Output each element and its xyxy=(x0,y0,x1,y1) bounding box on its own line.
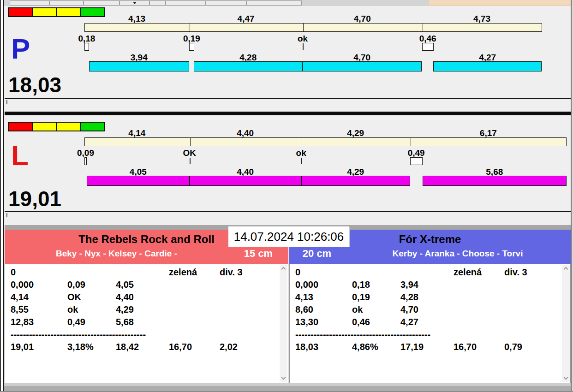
team-results-right: 0zelenádiv. 30,0000,183,944,130,194,288,… xyxy=(289,264,571,383)
table-cell xyxy=(220,303,279,316)
table-row: 4,14OK4,40 xyxy=(5,291,279,303)
run-bar-segment xyxy=(302,61,422,71)
split-bar xyxy=(84,137,567,146)
table-cell xyxy=(220,291,279,303)
table-cell: 0,000 xyxy=(295,279,352,291)
toolbar-segment xyxy=(246,0,302,6)
table-cell: 0,46 xyxy=(352,316,400,328)
table-cell: 13,30 xyxy=(295,316,352,328)
table-cell: 16,70 xyxy=(454,341,504,353)
table-cell: 17,19 xyxy=(400,341,454,353)
table-cell: 8,60 xyxy=(295,303,352,316)
split-time-label: 6,17 xyxy=(410,128,567,138)
table-cell xyxy=(454,279,504,291)
lane-track: 4,134,474,704,730,180,19ok0,463,944,284,… xyxy=(84,6,571,112)
table-cell: 0,79 xyxy=(504,341,561,353)
scrollbar[interactable] xyxy=(280,265,287,382)
table-cell: zelená xyxy=(169,266,220,279)
toolbar-segment xyxy=(166,0,206,6)
exchange-time-label: 0,18 xyxy=(66,34,107,44)
table-cell: 0,18 xyxy=(352,279,400,291)
table-cell: 19,01 xyxy=(11,341,67,353)
table-cell xyxy=(116,266,169,279)
lane-track: 4,144,404,296,170,09OKok0,494,054,404,29… xyxy=(84,115,571,225)
jump-height-badge: 15 cm xyxy=(228,248,288,260)
table-separator: ----------------------------------------… xyxy=(5,328,279,341)
status-strip-caret xyxy=(6,100,7,104)
toolbar-segment xyxy=(10,0,49,6)
table-row: 8,55ok4,29 xyxy=(5,303,279,316)
table-cell: 4,05 xyxy=(116,279,169,291)
jump-height-badge: 20 cm xyxy=(289,248,345,260)
panel-separator-line xyxy=(5,98,571,99)
table-row: 8,60ok4,70 xyxy=(290,303,561,316)
split-boundary-tick xyxy=(411,138,411,146)
table-cell xyxy=(220,279,279,291)
table-cell xyxy=(67,266,116,279)
table-cell xyxy=(169,291,220,303)
exchange-time-label: 0,46 xyxy=(407,34,448,44)
table-cell: 4,70 xyxy=(400,303,454,316)
table-cell xyxy=(169,279,220,291)
table-cell: 4,14 xyxy=(11,291,67,303)
table-cell xyxy=(220,316,279,328)
dropdown-caret-icon[interactable] xyxy=(133,2,137,4)
team-results-left: 0zelenádiv. 30,0000,094,054,14OK4,408,55… xyxy=(5,264,288,383)
scrollbar[interactable] xyxy=(562,265,570,382)
results-text: 0zelenádiv. 30,0000,094,054,14OK4,408,55… xyxy=(5,266,279,353)
window-top-strip xyxy=(4,0,571,6)
exchange-ok-tick xyxy=(301,158,302,164)
lane-p-panel: P 4,134,474,704,730,180,19ok0,463,944,28… xyxy=(5,6,571,112)
exchange-time-label: 0,09 xyxy=(65,148,106,158)
table-cell xyxy=(454,291,504,303)
split-time-label: 4,73 xyxy=(422,14,542,24)
scroll-up-icon[interactable] xyxy=(280,265,287,273)
panel-separator-line xyxy=(5,211,571,212)
table-cell: 0,49 xyxy=(67,316,116,328)
table-cell: 0 xyxy=(295,266,352,279)
results-text: 0zelenádiv. 30,0000,183,944,130,194,288,… xyxy=(290,266,561,353)
table-cell: OK xyxy=(67,291,116,303)
traffic-light xyxy=(56,7,81,17)
table-cell xyxy=(352,266,400,279)
exchange-time-label: 0,19 xyxy=(171,34,212,44)
table-cell xyxy=(454,303,504,316)
table-cell: div. 3 xyxy=(504,266,561,279)
run-bar-segment xyxy=(423,176,567,186)
split-boundary-tick xyxy=(190,138,191,146)
status-strip-caret xyxy=(6,213,7,217)
team-members: Beky - Nyx - Kelsey - Cardie - xyxy=(5,249,228,259)
split-bar xyxy=(84,23,542,32)
exchange-loss-box xyxy=(422,43,434,51)
table-cell: 8,55 xyxy=(11,303,67,316)
traffic-light xyxy=(8,122,33,131)
table-cell: 5,68 xyxy=(116,316,169,328)
split-boundary-tick xyxy=(303,24,304,31)
table-cell: 0 xyxy=(11,266,67,279)
toolbar-segment xyxy=(84,0,119,6)
table-row: 13,300,464,27 xyxy=(290,316,561,328)
lane-divider xyxy=(5,112,571,115)
table-cell xyxy=(169,316,220,328)
exchange-loss-box xyxy=(84,43,89,51)
traffic-light xyxy=(32,7,57,17)
table-cell: 3,94 xyxy=(400,279,454,291)
exchange-loss-box xyxy=(410,157,423,165)
table-cell xyxy=(504,279,561,291)
table-cell: 16,70 xyxy=(169,341,220,353)
scroll-down-icon[interactable] xyxy=(562,374,570,382)
table-cell: 3,18% xyxy=(67,341,116,353)
table-cell: 18,03 xyxy=(295,341,352,353)
table-cell: 4,28 xyxy=(400,291,454,303)
exchange-time-label: ok xyxy=(281,148,322,158)
toolbar-segment xyxy=(49,0,84,6)
window-right-border xyxy=(571,0,573,392)
datetime-display: 14.07.2024 10:26:06 xyxy=(228,226,349,247)
scroll-down-icon[interactable] xyxy=(280,374,287,382)
scroll-up-icon[interactable] xyxy=(562,265,570,273)
table-cell: 18,42 xyxy=(116,341,169,353)
split-time-label: 4,70 xyxy=(303,14,422,24)
table-cell: 2,02 xyxy=(220,341,279,353)
table-cell xyxy=(504,316,561,328)
scoreboard: The Rebels Rock and Roll Beky - Nyx - Ke… xyxy=(5,230,571,383)
